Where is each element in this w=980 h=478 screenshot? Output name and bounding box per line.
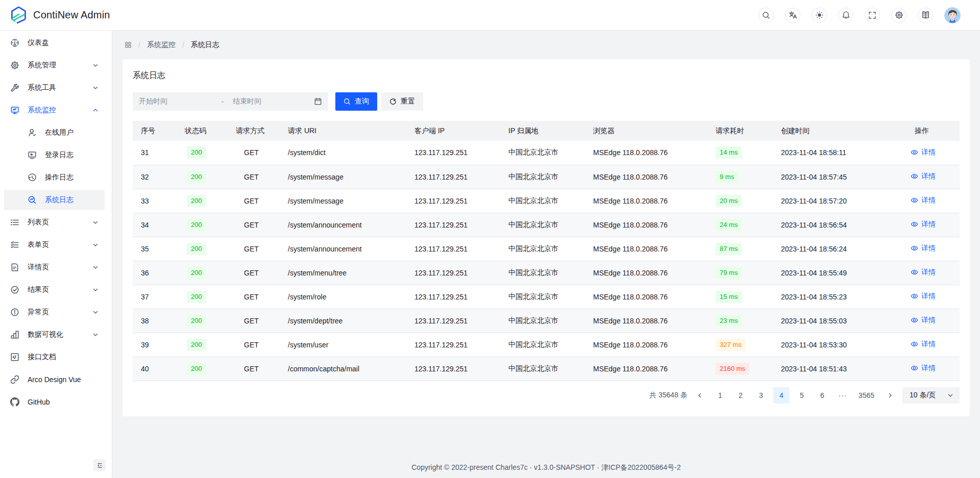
sidebar-item-4[interactable]: 列表页 <box>4 212 105 233</box>
status-badge: 200 <box>187 219 206 231</box>
sidebar-item-label: 接口文档 <box>28 353 99 362</box>
sidebar-item-sub-3-3[interactable]: 系统日志 <box>4 190 105 210</box>
pagination-page-2[interactable]: 2 <box>732 387 749 404</box>
cell-browser: MSEdge 118.0.2088.76 <box>585 213 707 237</box>
cell-index: 35 <box>133 237 177 261</box>
detail-link[interactable]: 详情 <box>911 292 936 301</box>
cell-region: 中国北京北京市 <box>500 357 585 381</box>
filter-bar: 开始时间 - 结束时间 查询 重置 <box>133 92 960 111</box>
sidebar-item-6[interactable]: 详情页 <box>4 257 105 278</box>
pagination-ellipsis: ··· <box>835 391 851 399</box>
search-button[interactable]: 查询 <box>335 92 377 111</box>
sidebar-item-9[interactable]: 数据可视化 <box>4 324 105 345</box>
sidebar-item-0[interactable]: 仪表盘 <box>4 33 105 53</box>
cell-browser: MSEdge 118.0.2088.76 <box>585 189 707 213</box>
end-time-input[interactable]: 结束时间 <box>229 97 310 106</box>
cell-status: 200 <box>177 237 228 261</box>
cell-ip: 123.117.129.251 <box>406 285 500 309</box>
app-logo-icon <box>11 7 28 23</box>
search-button[interactable] <box>758 8 774 23</box>
tool-icon <box>10 83 19 92</box>
cell-ip: 123.117.129.251 <box>406 357 500 381</box>
detail-link[interactable]: 详情 <box>911 220 936 229</box>
detail-link[interactable]: 详情 <box>911 268 936 277</box>
bell-button[interactable] <box>838 8 853 23</box>
cell-region: 中国北京北京市 <box>500 333 585 357</box>
translate-icon <box>789 11 797 19</box>
cell-created: 2023-11-04 18:53:30 <box>773 333 906 357</box>
chevron-down-icon <box>92 62 99 68</box>
column-header: 请求 URI <box>280 121 406 141</box>
cell-index: 39 <box>133 333 177 357</box>
detail-link[interactable]: 详情 <box>911 340 936 349</box>
cell-status: 200 <box>177 213 228 237</box>
sidebar-collapse-button[interactable] <box>93 459 106 471</box>
sidebar-item-11[interactable]: Arco Design Vue <box>4 369 105 390</box>
sidebar-item-sub-3-0[interactable]: 在线用户 <box>4 122 105 143</box>
pagination-page-4[interactable]: 4 <box>773 387 790 404</box>
pagination-prev-button[interactable] <box>692 387 708 404</box>
pagination-next-button[interactable] <box>882 387 898 404</box>
elapsed-badge: 327 ms <box>716 339 746 351</box>
detail-link[interactable]: 详情 <box>911 316 936 325</box>
sidebar-item-label: 结果页 <box>28 285 92 294</box>
avatar[interactable] <box>944 7 961 23</box>
pagination-page-6[interactable]: 6 <box>814 387 830 404</box>
detail-link[interactable]: 详情 <box>911 172 936 181</box>
sidebar-item-5[interactable]: 表单页 <box>4 235 105 255</box>
cell-status: 200 <box>177 357 228 381</box>
translate-button[interactable] <box>785 8 800 23</box>
sidebar-item-sub-3-2[interactable]: 操作日志 <box>4 167 105 188</box>
cell-created: 2023-11-04 18:55:03 <box>773 309 906 333</box>
sidebar-item-12[interactable]: GitHub <box>4 392 105 412</box>
elapsed-badge: 9 ms <box>716 171 738 183</box>
brand[interactable]: ContiNew Admin <box>11 7 110 23</box>
sidebar-item-7[interactable]: 结果页 <box>4 280 105 300</box>
sidebar-item-label: 列表页 <box>28 218 92 227</box>
elapsed-badge: 20 ms <box>716 195 742 207</box>
fullscreen-button[interactable] <box>865 8 880 23</box>
status-badge: 200 <box>187 267 206 279</box>
sidebar-item-1[interactable]: 系统管理 <box>4 55 105 76</box>
detail-link[interactable]: 详情 <box>911 364 936 373</box>
cell-uri: /system/dict <box>280 141 406 165</box>
cell-region: 中国北京北京市 <box>500 285 585 309</box>
sidebar-item-3[interactable]: 系统监控 <box>4 100 105 120</box>
app-header: ContiNew Admin <box>0 0 980 31</box>
elapsed-badge: 14 ms <box>716 146 742 159</box>
cell-browser: MSEdge 118.0.2088.76 <box>585 309 707 333</box>
detail-link[interactable]: 详情 <box>911 196 936 205</box>
book-button[interactable] <box>918 8 933 23</box>
page-title: 系统日志 <box>133 69 960 82</box>
log-table: 序号状态码请求方式请求 URI客户端 IPIP 归属地浏览器请求耗时创建时间操作… <box>133 121 960 381</box>
column-header: 序号 <box>133 121 177 141</box>
pagination-page-3[interactable]: 3 <box>753 387 769 404</box>
pagination-page-3565[interactable]: 3565 <box>855 387 878 404</box>
sidebar-item-sub-3-1[interactable]: 登录日志 <box>4 145 105 165</box>
main-area: / 系统监控 / 系统日志 系统日志 开始时间 - 结束时间 查询 <box>112 31 980 478</box>
pagination-page-1[interactable]: 1 <box>712 387 728 404</box>
status-badge: 200 <box>187 171 206 183</box>
cell-elapsed: 87 ms <box>707 237 773 261</box>
detail-link[interactable]: 详情 <box>911 148 936 157</box>
pagination: 共 35648 条 123456···356510 条/页 <box>133 387 960 404</box>
file-icon <box>10 263 19 272</box>
date-range-picker[interactable]: 开始时间 - 结束时间 <box>133 92 328 111</box>
cell-uri: /system/message <box>280 189 406 213</box>
cell-uri: /system/announcement <box>280 237 406 261</box>
history-icon <box>28 173 37 182</box>
start-time-input[interactable]: 开始时间 <box>139 97 216 106</box>
table-row: 37200GET/system/role123.117.129.251中国北京北… <box>133 285 960 309</box>
sidebar-item-10[interactable]: 接口文档 <box>4 347 105 367</box>
pagination-page-5[interactable]: 5 <box>794 387 810 404</box>
sidebar-item-2[interactable]: 系统工具 <box>4 78 105 98</box>
page-size-select[interactable]: 10 条/页 <box>902 387 960 404</box>
cell-index: 32 <box>133 165 177 189</box>
breadcrumb-item-monitor[interactable]: 系统监控 <box>147 40 176 49</box>
gear-button[interactable] <box>891 8 906 23</box>
sun-button[interactable] <box>812 8 827 23</box>
sidebar-item-8[interactable]: 异常页 <box>4 302 105 322</box>
detail-link[interactable]: 详情 <box>911 244 936 253</box>
reset-button[interactable]: 重置 <box>381 92 423 111</box>
cell-method: GET <box>228 285 280 309</box>
